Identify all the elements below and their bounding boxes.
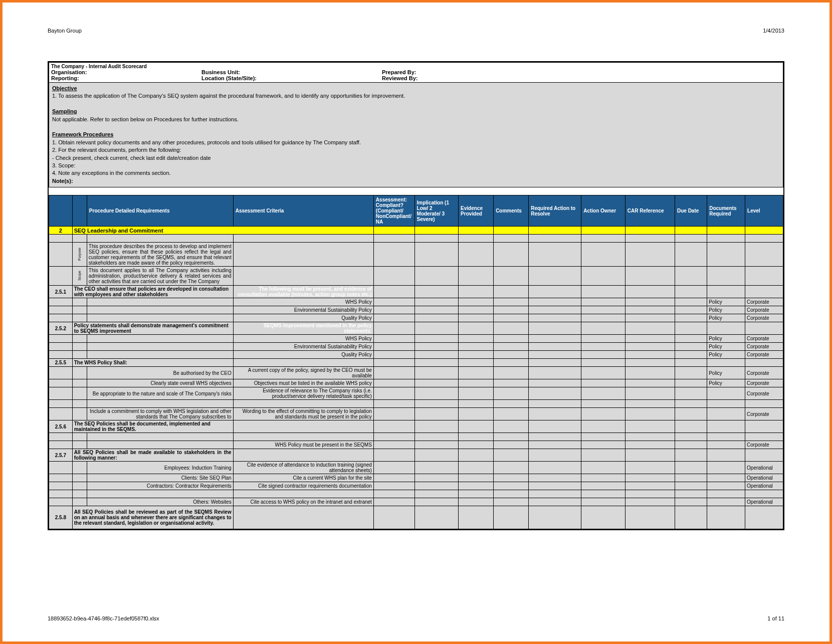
r257-req: All SEQ Policies shall be made available…	[72, 449, 233, 462]
cell-doc: Policy	[707, 367, 745, 379]
table-row	[49, 433, 783, 441]
table-row	[49, 490, 783, 498]
r251-req: The CEO shall ensure that policies are d…	[72, 286, 233, 298]
table-row: Contractors: Contractor RequirementsCite…	[49, 482, 783, 490]
col-dd: Due Date	[675, 195, 707, 227]
cell-req: Clearly state overall WHS objectives	[87, 379, 233, 387]
table-row	[49, 235, 783, 243]
table-row: Clearly state overall WHS objectivesObje…	[49, 379, 783, 387]
cell-lvl: Operational	[745, 462, 783, 474]
table-row: Be authorised by the CEOA current copy o…	[49, 367, 783, 379]
cell-lvl: Corporate	[745, 298, 783, 306]
table-row: WHS PolicyPolicyCorporate	[49, 298, 783, 306]
table-row: Include a commitment to comply with WHS …	[49, 408, 783, 420]
r252-req: Policy statements shall demonstrate mana…	[72, 322, 233, 335]
cell-req: Be appropriate to the nature and scale o…	[87, 387, 233, 400]
scope-row: Scope This document applies to all The C…	[49, 267, 783, 286]
fp-1: 1. Obtain relevant policy documents and …	[52, 139, 361, 145]
col-ass: Assessment: Compliant? (Compliant/ NonCo…	[373, 195, 414, 227]
cell-ac: Cite a current WHS plan for the site	[233, 474, 373, 482]
row-257: 2.5.7 All SEQ Policies shall be made ava…	[49, 449, 783, 462]
meta-rep: Reporting:	[51, 75, 201, 81]
notes: Note(s):	[52, 178, 73, 184]
document-frame: The Company - Internal Audit Scorecard O…	[48, 61, 784, 530]
col-lvl: Level	[745, 195, 783, 227]
r251-ac: The following must be present, and evide…	[233, 286, 373, 298]
fp-2a: - Check present, check current, check la…	[52, 155, 211, 161]
col-ac: Assessment Criteria	[233, 195, 373, 227]
cell-lvl: Corporate	[745, 367, 783, 379]
fp-4: 4. Note any exceptions in the comments s…	[52, 170, 171, 176]
table-row: Be appropriate to the nature and scale o…	[49, 387, 783, 400]
cell-ac: Environmental Sustainability Policy	[233, 306, 373, 314]
sec2-num: 2	[49, 227, 73, 235]
cell-lvl: Corporate	[745, 335, 783, 343]
meta-loc: Location (State/Site):	[201, 75, 382, 81]
cell-lvl: Corporate	[745, 408, 783, 420]
header-left: Bayton Group	[48, 28, 82, 34]
table-row: Environmental Sustainability PolicyPolic…	[49, 343, 783, 351]
col-req: Procedure Detailed Requirements	[87, 195, 233, 227]
table-row: WHS PolicyPolicyCorporate	[49, 335, 783, 343]
r255-num: 2.5.5	[49, 359, 73, 367]
obj-heading: Objective	[52, 85, 77, 91]
table-row: Quality PolicyPolicyCorporate	[49, 314, 783, 322]
purpose-row: Purpose This procedure describes the pro…	[49, 243, 783, 267]
cell-doc: Policy	[707, 351, 745, 359]
footer-right: 1 of 11	[767, 615, 784, 621]
r251-num: 2.5.1	[49, 286, 73, 298]
r256-req: The SEQ Policies shall be documented, im…	[72, 420, 233, 433]
cell-req: Employees: Induction Training	[87, 462, 233, 474]
purpose-label: Purpose	[72, 243, 87, 267]
meta-bu: Business Unit:	[201, 69, 382, 75]
r252-ac: SEQMS improvement mentioned in the polic…	[233, 322, 373, 335]
cell-doc: Policy	[707, 343, 745, 351]
cell-lvl: Corporate	[745, 387, 783, 400]
audit-table: Procedure Detailed Requirements Assessme…	[49, 195, 783, 529]
cell-lvl: Corporate	[745, 351, 783, 359]
meta-rev: Reviewed By:	[382, 75, 781, 81]
cell-doc: Policy	[707, 298, 745, 306]
cell-lvl: Corporate	[745, 379, 783, 387]
table-row: Employees: Induction TrainingCite eviden…	[49, 462, 783, 474]
col-ev: Evidence Provided	[459, 195, 494, 227]
obj-text: 1. To assess the application of The Comp…	[52, 93, 405, 99]
cell-req: Be authorised by the CEO	[87, 367, 233, 379]
cell-ac: WHS Policy	[233, 298, 373, 306]
row-258: 2.5.8 All SEQ Policies shall be reviewed…	[49, 506, 783, 529]
cell-ac: Wording to the effect of committing to c…	[233, 408, 373, 420]
meta-prep: Prepared By:	[382, 69, 781, 75]
cell-ac: WHS Policy must be present in the SEQMS	[233, 441, 373, 449]
cell-doc: Policy	[707, 306, 745, 314]
table-row: WHS Policy must be present in the SEQMSC…	[49, 441, 783, 449]
row-256: 2.5.6 The SEQ Policies shall be document…	[49, 420, 783, 433]
r256-num: 2.5.6	[49, 420, 73, 433]
section-2: 2 SEQ Leadership and Commitment	[49, 227, 783, 235]
cell-lvl: Corporate	[745, 343, 783, 351]
table-row	[49, 400, 783, 408]
cell-doc: Policy	[707, 335, 745, 343]
table-row: Environmental Sustainability PolicyPolic…	[49, 306, 783, 314]
col-imp: Implication (1 Low/ 2 Moderate/ 3 Severe…	[414, 195, 459, 227]
scope-label: Scope	[72, 267, 87, 286]
table-row: Quality PolicyPolicyCorporate	[49, 351, 783, 359]
cell-ac: WHS Policy	[233, 335, 373, 343]
samp-heading: Sampling	[52, 108, 77, 114]
cell-ac: Quality Policy	[233, 351, 373, 359]
cell-doc: Policy	[707, 314, 745, 322]
footer-left: 18893652-b9ea-4746-9f8c-71edef0587f0.xls…	[48, 615, 159, 621]
header-right: 1/4/2013	[763, 28, 784, 34]
meta-title: The Company - Internal Audit Scorecard	[51, 64, 147, 69]
cell-ac: Evidence of relevance to The Company ris…	[233, 387, 373, 400]
row-252: 2.5.2 Policy statements shall demonstrat…	[49, 322, 783, 335]
cell-ac: Environmental Sustainability Policy	[233, 343, 373, 351]
r257-num: 2.5.7	[49, 449, 73, 462]
cell-ac: Cite access to WHS policy on the intrane…	[233, 498, 373, 506]
col-com: Comments	[494, 195, 529, 227]
cell-ac: Objectives must be listed in the availab…	[233, 379, 373, 387]
fp-3: 3. Scope:	[52, 162, 75, 168]
cell-lvl: Operational	[745, 482, 783, 490]
cell-lvl: Corporate	[745, 441, 783, 449]
cell-req: Contractors: Contractor Requirements	[87, 482, 233, 490]
cell-req: Others: Websites	[87, 498, 233, 506]
